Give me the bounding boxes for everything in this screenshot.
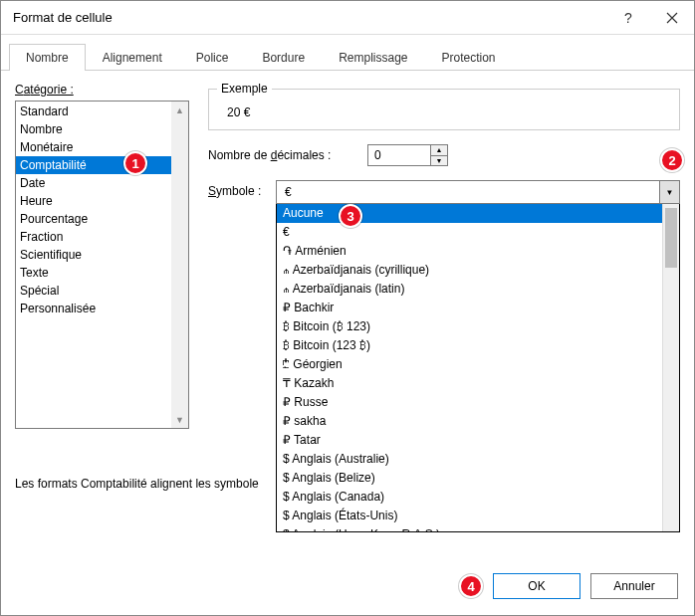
chevron-down-icon[interactable]: ▼ <box>659 181 679 203</box>
window-title: Format de cellule <box>13 10 606 25</box>
category-item[interactable]: Texte <box>16 264 188 282</box>
category-item[interactable]: Pourcentage <box>16 210 188 228</box>
symbol-option[interactable]: € <box>277 223 679 242</box>
symbol-option[interactable]: ₿ Bitcoin (123 ₿) <box>277 336 679 355</box>
category-item[interactable]: Nombre <box>16 120 188 138</box>
callout-1: 1 <box>123 151 147 175</box>
symbol-dropdown[interactable]: Aucune€֏ Arménien₼ Azerbaïdjanais (cyril… <box>276 204 680 532</box>
category-item[interactable]: Spécial <box>16 282 188 300</box>
symbol-option[interactable]: $ Anglais (Belize) <box>277 469 679 488</box>
example-legend: Exemple <box>217 82 272 96</box>
symbol-option[interactable]: $ Anglais (Hong Kong R.A.S.) <box>277 525 679 532</box>
category-item[interactable]: Fraction <box>16 228 188 246</box>
spinner-down-icon[interactable]: ▼ <box>431 156 447 166</box>
callout-3: 3 <box>339 204 362 228</box>
category-item[interactable]: Personnalisée <box>16 300 188 317</box>
symbol-option[interactable]: ₽ Tatar <box>277 431 679 450</box>
content-area: Catégorie : StandardNombreMonétaireCompt… <box>1 71 694 532</box>
spinner-up-icon[interactable]: ▲ <box>431 145 447 156</box>
example-box: Exemple 20 € <box>208 89 680 130</box>
tabstrip: NombreAlignementPoliceBordureRemplissage… <box>1 35 694 71</box>
category-listbox[interactable]: StandardNombreMonétaireComptabilitéDateH… <box>15 101 189 429</box>
symbol-option[interactable]: ₽ Bachkir <box>277 299 679 317</box>
dialog-footer: 4 OK Annuler <box>459 573 678 599</box>
decimals-row: Nombre de décimales : ▲ ▼ <box>208 144 680 166</box>
symbol-option[interactable]: ₽ sakha <box>277 412 679 431</box>
tab-alignement[interactable]: Alignement <box>86 44 179 71</box>
scroll-down-icon[interactable]: ▼ <box>171 411 188 428</box>
right-pane: Exemple 20 € Nombre de décimales : ▲ ▼ 2 <box>194 83 680 532</box>
left-pane: Catégorie : StandardNombreMonétaireCompt… <box>15 83 194 532</box>
symbol-option[interactable]: $ Anglais (Canada) <box>277 488 679 507</box>
titlebar: Format de cellule ? <box>1 1 694 35</box>
symbol-selected-value: € <box>277 185 659 199</box>
close-icon <box>666 12 678 24</box>
symbol-option[interactable]: $ Anglais (Australie) <box>277 450 679 469</box>
format-description: Les formats Comptabilité alignent les sy… <box>15 477 259 491</box>
symbol-row: Symbole : € ▼ Aucune€֏ Arménien₼ Azerbaï… <box>208 180 680 532</box>
category-item[interactable]: Monétaire <box>16 138 188 156</box>
category-item[interactable]: Date <box>16 174 188 192</box>
symbol-option[interactable]: ֏ Arménien <box>277 242 679 261</box>
symbol-label: Symbole : <box>208 180 276 198</box>
tab-police[interactable]: Police <box>179 44 246 71</box>
tab-bordure[interactable]: Bordure <box>245 44 322 71</box>
symbol-option[interactable]: ₸ Kazakh <box>277 374 679 393</box>
help-button[interactable]: ? <box>606 1 650 35</box>
category-item[interactable]: Comptabilité <box>16 156 188 174</box>
decimals-spinner[interactable]: ▲ ▼ <box>367 144 448 166</box>
symbol-combo-input[interactable]: € ▼ <box>276 180 680 204</box>
tab-protection[interactable]: Protection <box>425 44 513 71</box>
callout-2: 2 <box>660 148 684 172</box>
callout-4: 4 <box>459 574 483 598</box>
scrollbar[interactable]: ▲ ▼ <box>171 102 188 428</box>
scrollbar-thumb[interactable] <box>665 208 677 268</box>
tab-remplissage[interactable]: Remplissage <box>322 44 424 71</box>
decimals-input[interactable] <box>368 145 430 165</box>
tab-nombre[interactable]: Nombre <box>9 44 86 71</box>
category-item[interactable]: Heure <box>16 192 188 210</box>
category-item[interactable]: Standard <box>16 103 188 120</box>
decimals-label: Nombre de décimales : <box>208 148 367 162</box>
symbol-combo[interactable]: € ▼ Aucune€֏ Arménien₼ Azerbaïdjanais (c… <box>276 180 680 532</box>
symbol-option[interactable]: ₿ Bitcoin (₿ 123) <box>277 317 679 336</box>
symbol-option[interactable]: ₼ Azerbaïdjanais (cyrillique) <box>277 261 679 280</box>
symbol-option[interactable]: $ Anglais (États-Unis) <box>277 507 679 525</box>
dropdown-scrollbar[interactable] <box>662 204 679 531</box>
scroll-up-icon[interactable]: ▲ <box>171 102 188 118</box>
category-item[interactable]: Scientifique <box>16 246 188 264</box>
category-label: Catégorie : <box>15 83 194 97</box>
cancel-button[interactable]: Annuler <box>590 573 678 599</box>
symbol-option[interactable]: ₼ Azerbaïdjanais (latin) <box>277 280 679 299</box>
symbol-option[interactable]: ₾ Géorgien <box>277 355 679 374</box>
ok-button[interactable]: OK <box>493 573 580 599</box>
symbol-option[interactable]: Aucune <box>277 204 679 223</box>
example-value: 20 € <box>227 105 669 119</box>
close-button[interactable] <box>650 1 694 35</box>
format-cell-dialog: Format de cellule ? NombreAlignementPoli… <box>0 0 695 616</box>
symbol-option[interactable]: ₽ Russe <box>277 393 679 412</box>
